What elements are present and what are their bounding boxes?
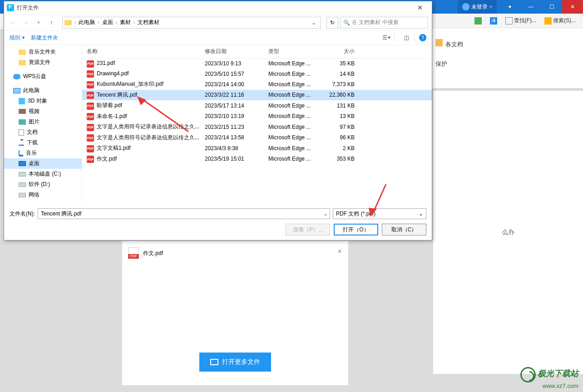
file-size: 353 KB <box>323 156 355 162</box>
address-dropdown-icon[interactable]: ⌄ <box>309 20 319 26</box>
breadcrumb-item[interactable]: 素材 <box>118 19 133 26</box>
tree-item[interactable]: 网络 <box>4 190 82 200</box>
options-button[interactable]: 选项（P）... <box>286 224 330 235</box>
pdf-icon: PDF <box>87 70 94 78</box>
preview-pane-button[interactable]: ◫ <box>399 33 415 43</box>
file-row[interactable]: PDF231.pdf2023/3/10 9:13Microsoft Edge .… <box>82 59 432 69</box>
file-row[interactable]: PDFDrawing4.pdf2023/5/10 15:57Microsoft … <box>82 69 432 79</box>
tree-item[interactable]: 3D 对象 <box>4 96 82 106</box>
tree-item[interactable]: 图片 <box>4 117 82 127</box>
filename-label: 文件名(N): <box>10 210 35 218</box>
column-size[interactable]: 大小 <box>323 48 355 55</box>
toolbar-search-button[interactable]: 搜索(S)... <box>542 15 578 26</box>
folder-tree[interactable]: 音乐文件夹资源文件WPS云盘此电脑3D 对象视频图片文档下载音乐桌面本地磁盘 (… <box>4 45 82 204</box>
desktop-icon <box>19 161 26 166</box>
dialog-close-button[interactable]: ✕ <box>411 1 429 14</box>
cancel-button[interactable]: 取消（C） <box>382 224 426 235</box>
tree-item[interactable]: WPS云盘 <box>4 71 82 82</box>
file-type: Microsoft Edge ... <box>268 134 323 141</box>
tree-item[interactable]: 音乐 <box>4 148 82 158</box>
file-row[interactable]: PDF文字是人类用符号记录表达信息以传之久...2023/2/15 11:23M… <box>82 122 432 132</box>
tree-item[interactable]: 下载 <box>4 137 82 148</box>
tree-item-label: 网络 <box>29 191 40 199</box>
filename-input[interactable]: Tencent 腾讯.pdf ⌄ <box>38 208 330 219</box>
cloud-icon <box>13 74 20 79</box>
tree-item[interactable]: 此电脑 <box>4 85 82 96</box>
file-list-header[interactable]: 名称 修改日期 类型 大小 <box>82 45 432 59</box>
file-row[interactable]: PDF盼望着.pdf2023/5/17 13:14Microsoft Edge … <box>82 100 432 111</box>
dialog-nav-bar: ← → ▼ ↑ › 此电脑 › 桌面 › 素材 › 文档素材 ⌄ ↻ 🔍 在 文… <box>4 14 432 30</box>
folder-icon <box>64 20 72 25</box>
file-size: 131 KB <box>323 103 355 109</box>
column-date[interactable]: 修改日期 <box>205 48 268 55</box>
window-close-button[interactable]: ✕ <box>562 0 583 14</box>
tree-item[interactable]: 软件 (D:) <box>4 179 82 190</box>
toolbar-translate-icon[interactable]: 译 <box>487 15 500 26</box>
refresh-button[interactable]: ↻ <box>326 17 338 29</box>
nav-back-button[interactable]: ← <box>8 17 19 28</box>
video-icon <box>19 109 26 114</box>
organize-menu[interactable]: 组织 ▼ <box>10 34 25 42</box>
nav-recent-dropdown[interactable]: ▼ <box>33 17 44 28</box>
file-date: 2023/2/14 13:58 <box>205 134 268 141</box>
tree-item-label: 软件 (D:) <box>29 181 50 188</box>
tree-item[interactable]: 桌面 <box>4 158 82 169</box>
tree-item-label: 本地磁盘 (C:) <box>29 170 61 178</box>
open-more-files-button[interactable]: 打开更多文件 <box>199 353 271 372</box>
avatar-icon <box>462 3 469 10</box>
file-list-area: 名称 修改日期 类型 大小 PDF231.pdf2023/3/10 9:13Mi… <box>82 45 432 204</box>
login-button[interactable]: 未登录 ▿ <box>458 0 497 14</box>
file-type-filter[interactable]: PDF 文档 (*.pdf) ⌄ <box>333 208 426 219</box>
search-input[interactable]: 🔍 在 文档素材 中搜索 <box>340 17 428 29</box>
nav-forward-button[interactable]: → <box>20 17 31 28</box>
open-button[interactable]: 打开（O） <box>334 224 378 235</box>
panel-line: 各文档 <box>435 38 577 51</box>
view-mode-button[interactable]: ☰ ▼ <box>379 33 395 43</box>
disk-icon <box>19 172 26 176</box>
breadcrumb-item[interactable]: 桌面 <box>100 19 115 26</box>
nav-up-button[interactable]: ↑ <box>46 17 57 28</box>
tree-item[interactable]: 视频 <box>4 106 82 117</box>
pdf-icon: PDF <box>87 103 94 110</box>
tree-item-label: 视频 <box>29 108 40 115</box>
tree-item[interactable]: 资源文件 <box>4 57 82 68</box>
file-size: 7,373 KB <box>323 81 355 88</box>
document-drop-panel: 作文.pdf ✕ 打开更多文件 <box>122 240 349 386</box>
toolbar-find-button[interactable]: 查找(F)... <box>503 15 539 26</box>
file-open-dialog: 打开文件 ✕ ← → ▼ ↑ › 此电脑 › 桌面 › 素材 › 文档素材 ⌄ … <box>4 1 432 240</box>
column-type[interactable]: 类型 <box>268 48 323 55</box>
toolbar-fit-icon[interactable] <box>472 15 484 26</box>
file-name: KubuntuManual_加水印.pdf <box>97 81 163 87</box>
tree-item-label: 此电脑 <box>23 87 40 94</box>
window-dropdown-button[interactable]: ▾ <box>499 0 520 14</box>
window-maximize-button[interactable]: ☐ <box>541 0 562 14</box>
pdf-icon: PDF <box>87 92 94 99</box>
file-row[interactable]: PDF作文.pdf2023/5/19 15:01Microsoft Edge .… <box>82 154 432 165</box>
column-name[interactable]: 名称 <box>87 48 205 55</box>
file-row[interactable]: PDFKubuntuManual_加水印.pdf2023/2/14 14:00M… <box>82 79 432 90</box>
file-date: 2023/2/15 11:23 <box>205 124 268 130</box>
file-row[interactable]: PDF未命名-1.pdf2023/2/10 13:19Microsoft Edg… <box>82 111 432 122</box>
file-name: 文字是人类用符号记录表达信息以传之久... <box>97 134 199 141</box>
breadcrumb-item[interactable]: 此电脑 <box>77 19 97 26</box>
tree-item[interactable]: 音乐文件夹 <box>4 47 82 57</box>
chevron-right-icon: › <box>116 20 117 25</box>
3d-icon <box>19 98 25 104</box>
file-name: 文字文稿1.pdf <box>97 145 131 151</box>
help-icon[interactable]: ? <box>419 34 426 41</box>
file-row[interactable]: PDF文字是人类用符号记录表达信息以传之久...2023/2/14 13:58M… <box>82 132 432 143</box>
breadcrumb-bar[interactable]: › 此电脑 › 桌面 › 素材 › 文档素材 ⌄ <box>62 17 321 29</box>
file-type: Microsoft Edge ... <box>268 81 323 88</box>
tree-item[interactable]: 本地磁盘 (C:) <box>4 169 82 179</box>
new-folder-button[interactable]: 新建文件夹 <box>31 34 58 42</box>
file-row[interactable]: PDF文字文稿1.pdf2023/4/3 8:38Microsoft Edge … <box>82 143 432 154</box>
chevron-down-icon[interactable]: ⌄ <box>323 211 328 217</box>
file-size: 96 KB <box>323 134 355 141</box>
close-icon[interactable]: ✕ <box>337 248 342 255</box>
breadcrumb-item[interactable]: 文档素材 <box>136 19 161 26</box>
tree-item-label: 下载 <box>27 139 38 147</box>
watermark-url: www.xz7.com <box>520 382 578 389</box>
tree-item[interactable]: 文档 <box>4 127 82 137</box>
window-minimize-button[interactable]: — <box>520 0 541 14</box>
file-row[interactable]: PDFTencent 腾讯.pdf2023/3/22 11:16Microsof… <box>82 90 432 101</box>
